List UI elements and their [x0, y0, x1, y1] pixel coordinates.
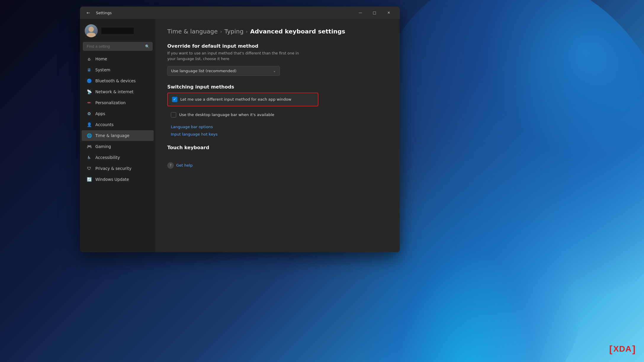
switching-title: Switching input methods — [167, 84, 388, 90]
sidebar-label-apps: Apps — [95, 111, 105, 116]
sidebar-item-system[interactable]: 🖥 System — [82, 65, 154, 75]
title-bar-left: ← Settings — [84, 9, 354, 17]
home-icon: ⌂ — [86, 56, 92, 62]
sidebar-item-accessibility[interactable]: ♿ Accessibility — [82, 152, 154, 163]
settings-window: ← Settings — □ ✕ 🔍 — [80, 7, 400, 252]
avatar — [85, 24, 98, 37]
breadcrumb-sep1: › — [220, 29, 222, 34]
time-icon: 🌐 — [86, 133, 92, 138]
language-bar-options-link[interactable]: Language bar options — [171, 125, 388, 129]
sidebar-item-home[interactable]: ⌂ Home — [82, 54, 154, 64]
privacy-icon: 🛡 — [86, 166, 92, 171]
sidebar-label-accounts: Accounts — [95, 122, 114, 127]
personalize-icon: ✏ — [86, 100, 92, 105]
title-bar: ← Settings — □ ✕ — [80, 7, 400, 19]
sidebar-label-bluetooth: Bluetooth & devices — [95, 78, 136, 83]
sidebar-item-privacy-security[interactable]: 🛡 Privacy & security — [82, 163, 154, 174]
sidebar-item-personalization[interactable]: ✏ Personalization — [82, 97, 154, 108]
checkbox-highlight-container: ✓ Let me use a different input method fo… — [167, 93, 318, 106]
network-icon: 📡 — [86, 89, 92, 94]
username-box — [101, 28, 134, 34]
sidebar-label-accessibility: Accessibility — [95, 155, 120, 160]
sidebar-item-time-language[interactable]: 🌐 Time & language — [82, 130, 154, 141]
help-icon: ? — [167, 162, 174, 169]
checkbox-different-input[interactable]: ✓ — [172, 97, 177, 102]
user-profile — [80, 22, 155, 42]
xda-bracket-left: [ — [609, 344, 613, 354]
sidebar-label-windows-update: Windows Update — [95, 177, 129, 182]
dropdown-value: Use language list (recommended) — [171, 69, 237, 73]
checkbox-desktop-language-bar[interactable] — [171, 112, 176, 118]
override-title: Override for default input method — [167, 43, 388, 49]
touch-keyboard-section: Touch keyboard — [167, 145, 388, 150]
get-help-link[interactable]: Get help — [176, 163, 192, 168]
minimize-button[interactable]: — — [354, 8, 367, 17]
close-button[interactable]: ✕ — [382, 8, 396, 17]
input-method-dropdown[interactable]: Use language list (recommended) ⌄ — [167, 66, 280, 76]
breadcrumb-time-language[interactable]: Time & language — [167, 28, 218, 35]
sidebar-label-home: Home — [95, 57, 107, 61]
breadcrumb: Time & language › Typing › Advanced keyb… — [167, 28, 388, 35]
checkbox-item-different-input: ✓ Let me use a different input method fo… — [168, 94, 317, 105]
search-box: 🔍 — [83, 42, 152, 51]
sidebar-nav: ⌂ Home 🖥 System 🔵 Bluetooth & devices 📡 … — [80, 54, 155, 185]
window-body: 🔍 ⌂ Home 🖥 System 🔵 Bluetooth & devices … — [80, 19, 400, 252]
checkbox-label-desktop-language-bar: Use the desktop language bar when it's a… — [179, 112, 274, 117]
xda-watermark: [ XDA ] — [609, 344, 636, 354]
update-icon: 🔄 — [86, 177, 92, 182]
search-icon: 🔍 — [145, 44, 150, 49]
override-description: If you want to use an input method that'… — [167, 51, 388, 62]
gaming-icon: 🎮 — [86, 144, 92, 149]
search-input[interactable] — [83, 42, 152, 51]
sidebar-label-personalization: Personalization — [95, 100, 126, 105]
sidebar-label-gaming: Gaming — [95, 144, 111, 149]
main-content: Time & language › Typing › Advanced keyb… — [155, 19, 400, 252]
sidebar: 🔍 ⌂ Home 🖥 System 🔵 Bluetooth & devices … — [80, 19, 155, 252]
input-language-hot-keys-link[interactable]: Input language hot keys — [171, 132, 388, 136]
avatar-face — [85, 24, 98, 37]
touch-keyboard-title: Touch keyboard — [167, 145, 388, 150]
checkbox-label-different-input: Let me use a different input method for … — [180, 97, 291, 102]
sidebar-label-privacy-security: Privacy & security — [95, 166, 131, 171]
bluetooth-icon: 🔵 — [86, 78, 92, 83]
override-section: Override for default input method If you… — [167, 43, 388, 76]
breadcrumb-typing[interactable]: Typing — [224, 28, 244, 35]
sidebar-label-network: Network & internet — [95, 89, 134, 94]
sidebar-item-accounts[interactable]: 👤 Accounts — [82, 119, 154, 130]
sidebar-label-system: System — [95, 67, 110, 72]
get-help-container: ? Get help — [167, 162, 388, 169]
sidebar-item-bluetooth[interactable]: 🔵 Bluetooth & devices — [82, 75, 154, 86]
xda-text: XDA — [613, 344, 632, 354]
dropdown-arrow-icon: ⌄ — [273, 69, 276, 73]
switching-section: Switching input methods ✓ Let me use a d… — [167, 84, 388, 136]
window-title: Settings — [96, 11, 112, 15]
accounts-icon: 👤 — [86, 122, 92, 127]
sidebar-item-gaming[interactable]: 🎮 Gaming — [82, 141, 154, 152]
title-bar-controls: — □ ✕ — [354, 8, 396, 17]
breadcrumb-sep2: › — [246, 29, 248, 34]
breadcrumb-advanced-keyboard: Advanced keyboard settings — [250, 28, 345, 35]
sidebar-item-apps[interactable]: ⚙ Apps — [82, 108, 154, 119]
apps-icon: ⚙ — [86, 111, 92, 116]
system-icon: 🖥 — [86, 67, 92, 73]
checkbox-item-desktop-language-bar: Use the desktop language bar when it's a… — [167, 109, 318, 120]
back-button[interactable]: ← — [84, 9, 92, 17]
sidebar-item-windows-update[interactable]: 🔄 Windows Update — [82, 174, 154, 185]
sidebar-label-time-language: Time & language — [95, 133, 129, 138]
maximize-button[interactable]: □ — [368, 8, 381, 17]
xda-bracket-right: ] — [632, 344, 636, 354]
accessibility-icon: ♿ — [86, 155, 92, 160]
sidebar-item-network[interactable]: 📡 Network & internet — [82, 86, 154, 97]
